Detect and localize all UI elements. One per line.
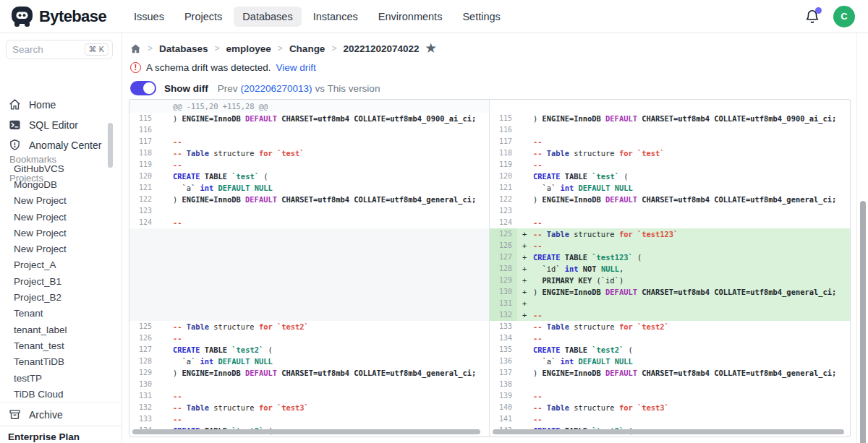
- diff-line: [129, 286, 489, 298]
- diff-line: 121 `a` int DEFAULT NULL: [129, 182, 489, 194]
- breadcrumb-databases[interactable]: Databases: [159, 43, 208, 54]
- notification-dot: [815, 7, 822, 14]
- code-text: -- Table structure for `test`: [157, 147, 489, 159]
- nav-projects[interactable]: Projects: [176, 7, 231, 27]
- sidebar-project-item[interactable]: TenantTiDB: [14, 354, 109, 370]
- line-number: 119: [129, 159, 157, 171]
- home-icon: [9, 98, 21, 111]
- sidebar-scrollbar[interactable]: [108, 123, 113, 168]
- line-number: 117: [490, 136, 517, 147]
- nav-environments[interactable]: Environments: [370, 7, 451, 27]
- sidebar-project-item[interactable]: Project_A: [14, 257, 109, 273]
- sidebar-project-item[interactable]: Project_B2: [14, 289, 109, 305]
- line-number: [129, 263, 157, 275]
- sidebar-project-item[interactable]: Tenant: [14, 306, 109, 322]
- nav-databases[interactable]: Databases: [234, 7, 301, 27]
- breadcrumb-version[interactable]: 20221202074022: [343, 43, 419, 54]
- breadcrumb-change[interactable]: Change: [289, 43, 326, 54]
- schema-drift-alert: ! A schema drift was detected. View drif…: [130, 62, 316, 73]
- search-shortcut-badge: ⌘ K: [85, 43, 109, 56]
- code-text: +: [517, 298, 850, 309]
- breadcrumb-separator: >: [331, 43, 336, 53]
- line-number: 125: [490, 228, 517, 240]
- diff-line: 119--: [129, 159, 489, 171]
- line-number: 120: [129, 171, 157, 182]
- code-text: ) ENGINE=InnoDB DEFAULT CHARSET=utf8mb4 …: [157, 367, 489, 379]
- code-text: [157, 275, 489, 286]
- sidebar-project-item[interactable]: tenant_label: [14, 322, 109, 337]
- bytebase-logo[interactable]: Bytebase: [10, 6, 106, 27]
- sidebar-project-item[interactable]: New Project: [14, 225, 109, 241]
- diff-line: 116: [490, 124, 850, 136]
- code-text: -- Table structure for `test3`: [157, 402, 489, 413]
- code-text: [157, 263, 489, 275]
- nav-instances[interactable]: Instances: [305, 7, 367, 27]
- code-text: + PRIMARY KEY (`id`): [517, 275, 850, 286]
- sidebar-project-item[interactable]: Tenant_test: [14, 337, 109, 353]
- sidebar-item-anomaly-center[interactable]: Anomaly Center: [9, 139, 101, 151]
- line-number: 135: [490, 344, 517, 356]
- code-text: --: [517, 217, 850, 228]
- horizontal-scrollbar-thumb[interactable]: [493, 429, 844, 434]
- avatar[interactable]: C: [833, 6, 855, 27]
- code-text: +) ENGINE=InnoDB DEFAULT CHARSET=utf8mb4…: [517, 286, 850, 298]
- code-text: --: [157, 136, 489, 147]
- diff-line: 131+: [490, 298, 850, 309]
- sidebar-project-item[interactable]: New Project: [14, 241, 109, 257]
- diff-line: 115) ENGINE=InnoDB DEFAULT CHARSET=utf8m…: [129, 113, 489, 124]
- code-text: --: [157, 159, 489, 171]
- sidebar-divider: [0, 402, 122, 403]
- code-text: [157, 286, 489, 298]
- line-number: 139: [490, 390, 517, 402]
- sidebar-project-item[interactable]: New Project: [14, 193, 109, 209]
- show-diff-toggle[interactable]: [130, 81, 156, 95]
- sidebar-item-archive[interactable]: Archive: [9, 408, 63, 421]
- line-number: 120: [490, 171, 517, 182]
- code-text: [157, 298, 489, 309]
- code-text: ) ENGINE=InnoDB DEFAULT CHARSET=utf8mb4 …: [157, 194, 489, 205]
- code-text: CREATE TABLE `test` (: [157, 171, 489, 182]
- sidebar-project-item[interactable]: New Project: [14, 209, 109, 225]
- sidebar-project-item[interactable]: Project_B1: [14, 273, 109, 289]
- view-drift-link[interactable]: View drift: [276, 62, 316, 73]
- page-scrollbar-thumb[interactable]: [860, 201, 866, 443]
- line-number: 117: [129, 136, 157, 147]
- line-number: 123: [490, 205, 517, 217]
- line-number: 128: [129, 356, 157, 367]
- line-number: 140: [490, 402, 517, 413]
- code-text: [157, 251, 489, 263]
- breadcrumb-home-icon[interactable]: [130, 43, 141, 54]
- line-number: 131: [490, 298, 517, 309]
- sidebar-item-sql-editor[interactable]: SQL Editor: [9, 119, 78, 131]
- sidebar-project-item[interactable]: GitHubVCS: [14, 160, 109, 176]
- diff-line: 128 `a` int DEFAULT NULL: [129, 356, 489, 367]
- nav-issues[interactable]: Issues: [125, 7, 173, 27]
- code-text: -- Table structure for `test`: [517, 147, 850, 159]
- nav-settings[interactable]: Settings: [454, 7, 509, 27]
- breadcrumb: > Databases > employee > Change > 202212…: [130, 43, 436, 54]
- sidebar-item-home[interactable]: Home: [9, 98, 56, 111]
- code-text: [157, 124, 489, 136]
- horizontal-scrollbar-thumb[interactable]: [132, 429, 480, 434]
- notification-bell-icon[interactable]: [804, 9, 820, 25]
- bookmark-star-icon[interactable]: ★: [426, 43, 436, 54]
- prev-version-link[interactable]: (202206270013): [241, 83, 312, 94]
- diff-line: 134--: [490, 332, 850, 344]
- line-number: 116: [490, 124, 517, 136]
- code-text: `a` int DEFAULT NULL: [157, 182, 489, 194]
- line-number: 119: [490, 159, 517, 171]
- sidebar-project-item[interactable]: MongoDB: [14, 176, 109, 192]
- line-number: 138: [490, 379, 517, 390]
- search-input[interactable]: Search ⌘ K: [6, 40, 113, 59]
- breadcrumb-employee[interactable]: employee: [226, 43, 271, 54]
- code-text: [157, 309, 489, 321]
- code-text: [517, 205, 850, 217]
- code-text: +CREATE TABLE `test123` (: [517, 251, 850, 263]
- diff-line: 116: [129, 124, 489, 136]
- line-number: [129, 275, 157, 286]
- line-number: [490, 100, 517, 113]
- line-number: [129, 286, 157, 298]
- sidebar-project-item[interactable]: TiDB Cloud: [14, 386, 109, 402]
- breadcrumb-separator: >: [148, 43, 153, 53]
- sidebar-project-item[interactable]: testTP: [14, 370, 109, 386]
